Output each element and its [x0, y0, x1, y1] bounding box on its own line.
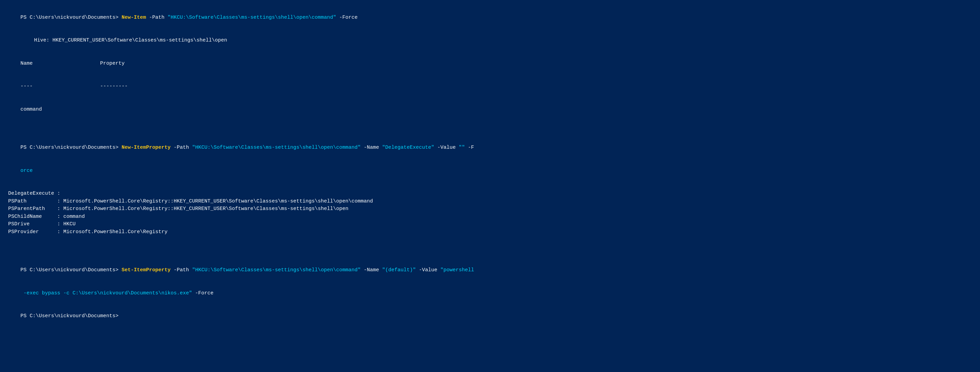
string-path-3: "HKCU:\Software\Classes\ms-settings\shel…: [192, 267, 361, 273]
param-force-3: -Force: [192, 290, 213, 296]
hive-line: Hive: HKEY_CURRENT_USER\Software\Classes…: [8, 37, 972, 45]
command-line-3: PS C:\Users\nickvourd\Documents> Set-Ite…: [8, 259, 972, 282]
string-name-2: "DelegateExecute": [382, 145, 434, 150]
prompt-final: PS C:\Users\nickvourd\Documents>: [21, 313, 122, 319]
string-value-2: "": [459, 145, 465, 150]
output-psdrive: PSDrive : HKCU: [8, 221, 972, 228]
col-name-value: command: [21, 107, 42, 112]
param-force-2: -F: [465, 145, 474, 150]
col-name-header: Name Property: [21, 60, 125, 66]
output-pschildname: PSChildName : command: [8, 213, 972, 221]
command-line-1: PS C:\Users\nickvourd\Documents> New-Ite…: [8, 6, 972, 29]
blank-5: [8, 183, 972, 190]
prompt-1: PS C:\Users\nickvourd\Documents>: [21, 14, 122, 21]
col-name-dash: ---- ---------: [21, 83, 128, 89]
table-header: Name Property: [8, 52, 972, 75]
string-path-1: "HKCU:\Software\Classes\ms-settings\shel…: [167, 14, 336, 21]
string-path-2: "HKCU:\Software\Classes\ms-settings\shel…: [192, 145, 361, 150]
blank-1: [8, 29, 972, 37]
table-dashes: ---- ---------: [8, 75, 972, 99]
cmd-new-item-property: New-ItemProperty: [122, 145, 170, 150]
continuation-text: orce: [21, 168, 33, 173]
string-value-3b: -exec bypass -c C:\Users\nickvourd\Docum…: [21, 290, 192, 296]
cmd-new-item: New-Item: [122, 14, 146, 21]
terminal: PS C:\Users\nickvourd\Documents> New-Ite…: [8, 6, 972, 328]
blank-7: [8, 244, 972, 251]
output-psparentpath: PSParentPath : Microsoft.PowerShell.Core…: [8, 205, 972, 213]
param-name-3: -Name: [361, 267, 382, 273]
param-path-1: -Path: [146, 14, 167, 21]
param-force-1: -Force: [336, 14, 358, 21]
param-path-2: -Path: [170, 145, 192, 150]
blank-3: [8, 121, 972, 129]
output-pspath: PSPath : Microsoft.PowerShell.Core\Regis…: [8, 198, 972, 205]
blank-6: [8, 236, 972, 244]
output-psprovider: PSProvider : Microsoft.PowerShell.Core\R…: [8, 228, 972, 236]
continuation-line: orce: [8, 159, 972, 183]
blank-4: [8, 129, 972, 137]
cmd-set-item-property: Set-ItemProperty: [122, 267, 170, 273]
param-path-3: -Path: [170, 267, 192, 273]
string-name-3: "(default)": [382, 267, 416, 273]
command-line-2: PS C:\Users\nickvourd\Documents> New-Ite…: [8, 137, 972, 160]
output-delegate-execute: DelegateExecute :: [8, 190, 972, 198]
param-name-2: -Name: [361, 145, 382, 150]
command-line-3-cont: -exec bypass -c C:\Users\nickvourd\Docum…: [8, 282, 972, 305]
blank-8: [8, 251, 972, 259]
prompt-2: PS C:\Users\nickvourd\Documents>: [21, 145, 122, 150]
string-value-3a: "powershell: [440, 267, 474, 273]
prompt-3: PS C:\Users\nickvourd\Documents>: [21, 267, 122, 273]
blank-2: [8, 45, 972, 52]
param-value-3: -Value: [416, 267, 440, 273]
table-row-command: command: [8, 98, 972, 121]
final-prompt-line: PS C:\Users\nickvourd\Documents>: [8, 305, 972, 328]
param-value-2: -Value: [434, 145, 459, 150]
